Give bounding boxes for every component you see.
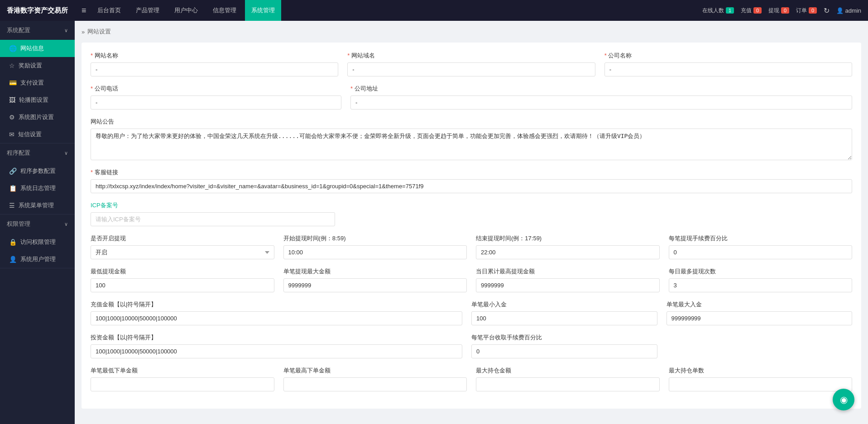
platform-fee-label: 每笔平台收取手续费百分比: [471, 333, 657, 342]
company-address-input[interactable]: [350, 95, 852, 110]
sidebar-item-program-params[interactable]: 🔗 程序参数配置: [0, 162, 75, 180]
sidebar-item-rewards[interactable]: ☆ 奖励设置: [0, 57, 75, 74]
withdrawal-start-time-label: 开始提现时间(例：8:59): [283, 234, 467, 243]
max-deposit-label: 单笔最大入金: [667, 300, 853, 309]
withdrawal-start-time-input[interactable]: [283, 245, 467, 259]
investment-amounts-label: 投资金额【以|符号隔开】: [91, 333, 462, 342]
chevron-down-icon-2: ∨: [64, 150, 68, 156]
sidebar-item-label-website-info: 网站信息: [20, 44, 44, 52]
float-action-icon: ◉: [840, 394, 848, 405]
website-name-label: * 网站名称: [91, 52, 338, 60]
min-order-label: 单笔最低下单金额: [91, 367, 274, 375]
sidebar-group-header-system-config[interactable]: 系统配置 ∨: [0, 21, 75, 40]
sidebar-item-system-menus[interactable]: ☰ 系统菜单管理: [0, 197, 75, 214]
investment-amounts-input[interactable]: [91, 344, 462, 358]
sidebar-item-sms[interactable]: ✉ 短信设置: [0, 126, 75, 143]
sidebar-item-label-system-menus: 系统菜单管理: [19, 201, 54, 210]
sidebar-item-system-images[interactable]: ⚙ 系统图片设置: [0, 109, 75, 126]
sidebar-group-header-permissions[interactable]: 权限管理 ∨: [0, 214, 75, 233]
sidebar-item-website-info[interactable]: 🌐 网站信息: [0, 40, 75, 57]
gear-icon: ⚙: [9, 114, 15, 121]
refresh-icon[interactable]: ↻: [824, 6, 830, 15]
globe-icon: 🌐: [9, 45, 17, 52]
withdrawal-fee-input[interactable]: [669, 245, 853, 259]
icp-field: ICP备案号: [91, 201, 852, 226]
min-withdrawal-label: 最低提现金额: [91, 267, 274, 276]
form-row-2: * 公司电话 * 公司地址: [91, 85, 852, 110]
app-logo: 香港数字资产交易所: [7, 6, 68, 15]
form-group-max-withdrawal-times: 每日最多提现次数: [669, 267, 853, 292]
announcement-textarea[interactable]: 尊敬的用户：为了给大家带来更好的体验，中国金荣这几天系统在升级......可能会…: [91, 129, 852, 160]
company-name-label: * 公司名称: [604, 52, 852, 60]
payment-icon: 💳: [9, 79, 17, 86]
form-group-investment-amounts: 投资金额【以|符号隔开】: [91, 333, 462, 358]
stat-orders-badge: 0: [809, 7, 817, 14]
company-name-input[interactable]: [604, 62, 852, 76]
withdrawal-end-time-label: 结束提现时间(例：17:59): [476, 234, 660, 243]
withdrawal-end-time-input[interactable]: [476, 245, 660, 259]
min-withdrawal-input[interactable]: [91, 278, 274, 292]
lock-icon: 🔒: [9, 238, 17, 246]
stat-withdrawal-label: 提现: [768, 7, 779, 14]
form-row-order-limits: 单笔最低下单金额 单笔最高下单金额 最大持仓金额 最大持仓单数: [91, 367, 852, 391]
max-withdrawal-single-label: 单笔提现最大金额: [283, 267, 467, 276]
form-group-min-withdrawal: 最低提现金额: [91, 267, 274, 292]
nav-menu: 后台首页 产品管理 用户中心 信息管理 系统管理: [91, 0, 702, 21]
max-hold-amount-input[interactable]: [476, 377, 660, 391]
nav-item-system[interactable]: 系统管理: [245, 0, 281, 21]
sidebar-item-payment[interactable]: 💳 支付设置: [0, 74, 75, 91]
company-phone-input[interactable]: [91, 95, 341, 110]
sidebar-item-system-users[interactable]: 👤 系统用户管理: [0, 251, 75, 268]
sidebar-item-access-control[interactable]: 🔒 访问权限管理: [0, 233, 75, 251]
sidebar-item-label-sms: 短信设置: [18, 130, 42, 138]
form-group-max-deposit: 单笔最大入金: [667, 300, 853, 325]
max-withdrawal-times-input[interactable]: [669, 278, 853, 292]
customer-link-input[interactable]: [91, 179, 852, 193]
nav-item-products[interactable]: 产品管理: [129, 0, 166, 21]
float-action-button[interactable]: ◉: [833, 389, 854, 410]
max-withdrawal-daily-input[interactable]: [476, 278, 660, 292]
max-deposit-input[interactable]: [667, 311, 853, 325]
sidebar: 系统配置 ∨ 🌐 网站信息 ☆ 奖励设置 💳 支付设置 🖼 轮播图设置 ⚙ 系统…: [0, 21, 75, 424]
withdrawal-enabled-label: 是否开启提现: [91, 234, 274, 243]
sidebar-item-label-access-control: 访问权限管理: [20, 238, 56, 246]
max-withdrawal-single-input[interactable]: [283, 278, 467, 292]
chevron-down-icon-3: ∨: [64, 221, 68, 227]
nav-item-dashboard[interactable]: 后台首页: [91, 0, 127, 21]
nav-item-info[interactable]: 信息管理: [206, 0, 243, 21]
form-group-min-deposit: 单笔最小入金: [471, 300, 657, 325]
log-icon: 📋: [9, 185, 17, 192]
sidebar-group-header-program-config[interactable]: 程序配置 ∨: [0, 143, 75, 162]
form-group-website-name: * 网站名称: [91, 52, 338, 76]
form-group-max-order: 单笔最高下单金额: [283, 367, 467, 391]
recharge-amounts-label: 充值金额【以|符号隔开】: [91, 300, 462, 309]
recharge-amounts-input[interactable]: [91, 311, 462, 325]
sidebar-item-carousel[interactable]: 🖼 轮播图设置: [0, 91, 75, 109]
platform-fee-input[interactable]: [471, 344, 657, 358]
nav-item-users[interactable]: 用户中心: [168, 0, 204, 21]
sidebar-item-label-system-images: 系统图片设置: [19, 113, 54, 121]
form-panel: * 网站名称 * 网站域名 * 公司名称: [82, 43, 861, 409]
sidebar-group-program-config: 程序配置 ∨ 🔗 程序参数配置 📋 系统日志管理 ☰ 系统菜单管理: [0, 143, 75, 214]
form-row-withdrawal-2: 最低提现金额 单笔提现最大金额 当日累计最高提现金额 每日最多提现次数: [91, 267, 852, 292]
min-deposit-input[interactable]: [471, 311, 657, 325]
stat-online: 在线人数 1: [702, 7, 734, 14]
menu-toggle-icon[interactable]: ≡: [77, 0, 91, 21]
menu-icon: ☰: [9, 202, 15, 209]
top-nav-right: 在线人数 1 充值 0 提现 0 订单 0 ↻ 👤 admin: [702, 6, 861, 15]
star-icon: ☆: [9, 62, 15, 69]
website-domain-input[interactable]: [347, 62, 595, 76]
sidebar-group-label-system-config: 系统配置: [7, 26, 30, 34]
website-name-input[interactable]: [91, 62, 338, 76]
icp-input[interactable]: [91, 212, 335, 226]
withdrawal-enabled-select[interactable]: 开启: [91, 245, 274, 259]
sidebar-item-system-logs[interactable]: 📋 系统日志管理: [0, 180, 75, 197]
chevron-down-icon: ∨: [64, 28, 68, 33]
min-order-input[interactable]: [91, 377, 274, 391]
max-hold-count-input[interactable]: [669, 377, 853, 391]
stat-recharge-badge: 0: [753, 7, 762, 14]
form-row-customer-link: * 客服链接: [91, 168, 852, 193]
form-row-recharge: 充值金额【以|符号隔开】 单笔最小入金 单笔最大入金: [91, 300, 852, 325]
max-order-input[interactable]: [283, 377, 467, 391]
form-row-1: * 网站名称 * 网站域名 * 公司名称: [91, 52, 852, 76]
